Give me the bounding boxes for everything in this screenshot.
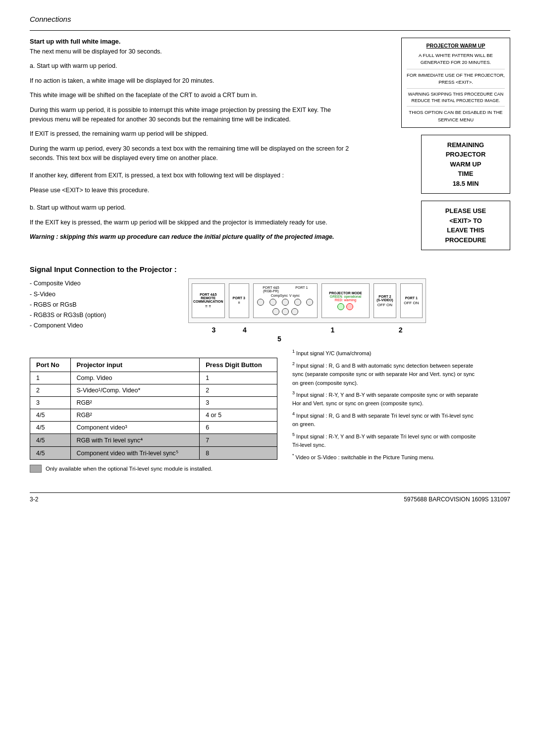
cell-input-2: RGB² <box>70 397 200 409</box>
diag-port45: PORT 4&5 REMOTECOMMUNICATION ⠿⠿ <box>192 283 225 318</box>
footnote-2: 2 Input signal : R, G and B with automat… <box>292 360 481 387</box>
only-available-text: Only available when the optional Tri-lev… <box>46 466 213 472</box>
port-table: Port No Projector input Press Digit Butt… <box>30 358 277 460</box>
left-col: Start up with full white image. The next… <box>30 38 352 250</box>
please-line2: <EXIT> TO <box>428 216 504 226</box>
gray-box-icon <box>30 465 42 473</box>
conn-label-3: 3 <box>212 326 215 334</box>
cell-button-0: 1 <box>200 372 277 384</box>
conn-label-5: 5 <box>277 335 281 343</box>
bullet-5: Component Video <box>30 321 178 331</box>
para7: Please use <EXIT> to leave this procedur… <box>30 186 352 195</box>
conn-label-4: 4 <box>243 326 247 334</box>
diag-port-mode: PROJECTOR MODE GREEN: operational RED: w… <box>321 283 370 318</box>
only-available-notice: Only available when the optional Tri-lev… <box>30 465 277 473</box>
col-input: Projector input <box>70 358 200 372</box>
remaining-line4: TIME <box>428 169 504 179</box>
cell-button-5: 7 <box>200 434 277 447</box>
warmup-box: PROJECTOR WARM UP A FULL WHITE PATTERN W… <box>401 38 510 128</box>
warmup-line1: A FULL WHITE PATTERN WILL BE GENERATED F… <box>407 52 505 66</box>
top-rule <box>30 30 510 31</box>
bullet-1: Composite Video <box>30 278 178 289</box>
table-row: 4/5RGB²4 or 5 <box>30 409 277 422</box>
para2: This white image will be shifted on the … <box>30 91 352 100</box>
cell-button-4: 6 <box>200 422 277 434</box>
warmup-warning: WARNING SKIPPING THIS PROCEDURE CAN REDU… <box>407 91 505 104</box>
cell-input-5: RGB with Tri level sync⁴ <box>70 434 200 447</box>
main-content: Start up with full white image. The next… <box>30 38 510 250</box>
cell-port-3: 4/5 <box>30 409 71 422</box>
table-row: 1Comp. Video1 <box>30 372 277 384</box>
page-footer: 3-2 5975688 BARCOVISION 1609S 131097 <box>30 492 510 503</box>
diag-port2: PORT 2(S-VIDEO) OFF ON <box>374 283 396 318</box>
table-row: 4/5Component video with Tri-level sync⁵8 <box>30 447 277 460</box>
footnote-3: 3 Input signal : R-Y, Y and B-Y with sep… <box>292 389 481 408</box>
remaining-line3: WARM UP <box>428 160 504 169</box>
bullet-3: RGBS or RGsB <box>30 300 178 310</box>
cell-button-3: 4 or 5 <box>200 409 277 422</box>
section2-right: PORT 4&5 REMOTECOMMUNICATION ⠿⠿ PORT 3 ⠿ <box>188 278 510 343</box>
remaining-box: REMAINING PROJECTOR WARM UP TIME 18.5 MI… <box>421 135 510 194</box>
please-line4: PROCEDURE <box>428 235 504 245</box>
remaining-line1: REMAINING <box>428 140 504 150</box>
cell-port-0: 1 <box>30 372 71 384</box>
page-header: Connections <box>30 15 510 26</box>
cell-input-0: Comp. Video <box>70 372 200 384</box>
footnote-4: 4 Input signal : R, G and B with separat… <box>292 410 481 429</box>
please-line3: LEAVE THIS <box>428 225 504 235</box>
footnote-1: 1 Input signal Y/C (luma/chroma) <box>292 348 481 358</box>
cell-port-4: 4/5 <box>30 422 71 434</box>
table-row: 2S-Video¹/Comp. Video*2 <box>30 384 277 397</box>
remaining-line5: 18.5 MIN <box>428 179 504 189</box>
cell-port-6: 4/5 <box>30 447 71 460</box>
warmup-disabled: THIOS OPTION CAN BE DISABLED IN THE SERV… <box>407 109 505 123</box>
para1: If no action is taken, a white image wil… <box>30 76 352 86</box>
signal-heading: Signal Input Connection to the Projector… <box>30 265 510 273</box>
warmup-line2: FOR IMMEDIATE USE OF THE PROJECTOR, PRES… <box>407 72 505 86</box>
bullet-2: S-Video <box>30 289 178 300</box>
conn-label-1: 1 <box>330 326 334 334</box>
diag-port3: PORT 3 ⠿ <box>229 283 249 318</box>
para3: During this warm up period, it is possib… <box>30 106 352 125</box>
para-a-label: a. Start up with warm up period. <box>30 61 352 71</box>
conn-label-2: 2 <box>399 326 403 334</box>
table-row: 3RGB²3 <box>30 397 277 409</box>
cell-port-5: 4/5 <box>30 434 71 447</box>
table-row: 4/5Component video³6 <box>30 422 277 434</box>
table-row: 4/5RGB with Tri level sync⁴7 <box>30 434 277 447</box>
footnote-*: * Video or S-Video : switchable in the P… <box>292 452 481 462</box>
col-button: Press Digit Button <box>200 358 277 372</box>
right-col: PROJECTOR WARM UP A FULL WHITE PATTERN W… <box>362 38 510 250</box>
startup-heading: Start up with full white image. <box>30 38 352 45</box>
footnotes: 1 Input signal Y/C (luma/chroma)2 Input … <box>292 348 481 473</box>
diag-port-main: PORT 4&5(RGB-PR) PORT 1 CompSync V sync <box>253 283 318 318</box>
bullet-list: Composite Video S-Video RGBS or RGsB RGB… <box>30 278 178 331</box>
cell-button-6: 8 <box>200 447 277 460</box>
section2-left: Composite Video S-Video RGBS or RGsB RGB… <box>30 278 178 343</box>
connector-labels: 3 4 1 2 <box>188 326 426 334</box>
diag-inner: PORT 4&5 REMOTECOMMUNICATION ⠿⠿ PORT 3 ⠿ <box>189 279 426 323</box>
footnote-5: 5 Input signal : R-Y, Y and B-Y with sep… <box>292 431 481 450</box>
para5: During the warm up period, every 30 seco… <box>30 144 352 163</box>
para8: If the EXIT key is pressed, the warm up … <box>30 218 352 227</box>
cell-input-3: RGB² <box>70 409 200 422</box>
cell-input-1: S-Video¹/Comp. Video* <box>70 384 200 397</box>
cell-input-6: Component video with Tri-level sync⁵ <box>70 447 200 460</box>
footer-left: 3-2 <box>30 496 38 503</box>
cell-button-2: 3 <box>200 397 277 409</box>
cell-input-4: Component video³ <box>70 422 200 434</box>
cell-button-1: 2 <box>200 384 277 397</box>
para6: If another key, different from EXIT, is … <box>30 171 352 180</box>
please-use-box: PLEASE USE <EXIT> TO LEAVE THIS PROCEDUR… <box>421 201 510 250</box>
cell-port-1: 2 <box>30 384 71 397</box>
cell-port-2: 3 <box>30 397 71 409</box>
remaining-line2: PROJECTOR <box>428 150 504 160</box>
para9: Warning : skipping this warm up procedur… <box>30 232 352 242</box>
warmup-title: PROJECTOR WARM UP <box>407 42 505 50</box>
table-wrapper: Port No Projector input Press Digit Butt… <box>30 348 510 473</box>
para4: If EXIT is pressed, the remaining warm u… <box>30 129 352 139</box>
table-container: Port No Projector input Press Digit Butt… <box>30 348 277 473</box>
footer-right: 5975688 BARCOVISION 1609S 131097 <box>404 496 510 503</box>
startup-intro: The next menu will be displayed for 30 s… <box>30 47 352 56</box>
col-port: Port No <box>30 358 71 372</box>
